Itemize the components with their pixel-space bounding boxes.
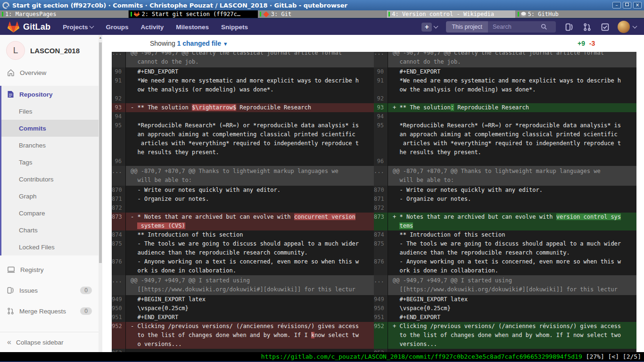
line-number-new[interactable]: 950 [374,304,388,313]
sidebar-item-contributors[interactable]: Contributors [1,171,99,188]
line-number-old[interactable]: 953 [112,349,126,352]
user-menu[interactable] [618,21,636,33]
sidebar-item-locked-files[interactable]: Locked Files [1,239,99,255]
line-number-old[interactable]: 871 [112,195,126,204]
tab-label: 1: MarquesPages [5,11,56,17]
navbar-item-milestones[interactable]: Milestones [176,24,209,31]
line-number-old[interactable]: 875 [112,239,126,257]
diff-row: 949 #+BEGIN_EXPORT latex949 #+BEGIN_EXPO… [112,295,636,304]
scrollbar-up-arrow[interactable]: ▲ [99,36,102,39]
sidebar-item-registry[interactable]: Registry [0,259,99,280]
line-number-new[interactable]: 953 [374,349,388,352]
line-number-old[interactable]: ... [112,275,126,295]
line-number-new[interactable]: ... [374,52,388,67]
line-number-new[interactable]: ... [374,275,388,295]
line-number-old[interactable]: 872 [112,204,126,213]
diff-stats: +9 -3 [578,40,595,47]
close-button[interactable]: × [633,2,642,8]
maximize-button[interactable] [623,2,631,8]
line-number-old[interactable]: 90 [112,67,126,76]
search-scope-button[interactable]: This project [446,21,488,33]
sidebar-item-compare[interactable]: Compare [1,205,99,222]
sidebar-item-graph[interactable]: Graph [1,188,99,205]
line-number-new[interactable]: 951 [374,313,388,322]
line-number-old[interactable]: 96 [112,157,126,166]
line-number-new[interactable]: 92 [374,94,388,103]
sidebar-item-issues[interactable]: Issues 0 [0,280,99,301]
line-number-new[interactable]: 870 [374,186,388,195]
line-number-old[interactable]: 91 [112,76,126,94]
deletions-count: -3 [589,40,595,47]
sidebar-item-files[interactable]: Files [1,103,99,120]
sidebar-item-tags[interactable]: Tags [1,154,99,171]
line-number-old[interactable]: 92 [112,94,126,103]
browser-tab-5[interactable]: 5: GitHub [516,10,644,18]
new-dropdown-button[interactable]: + [421,23,438,32]
line-number-old[interactable]: 951 [112,313,126,322]
line-number-old[interactable]: 873 [112,213,126,230]
code-new [388,349,636,352]
diff-row: 95 *Reproducible Research* (=RR=) or *re… [112,121,636,157]
line-number-old[interactable]: 876 [112,257,126,275]
line-number-new[interactable]: 876 [374,257,388,275]
line-number-old[interactable]: 949 [112,295,126,304]
navbar-item-snippets[interactable]: Snippets [221,24,248,31]
line-number-old[interactable]: 870 [112,186,126,195]
line-number-old[interactable]: ... [112,52,126,67]
code-new: - The tools we are going to discuss shou… [388,239,636,257]
tab-load-indicator [518,12,519,16]
changed-files-dropdown[interactable]: 1 changed file [177,40,221,47]
scrollbar-thumb[interactable] [99,42,102,263]
line-number-new[interactable]: 949 [374,295,388,304]
minimize-button[interactable]: – [612,2,621,8]
gitlab-brand[interactable]: GitLab [8,21,50,33]
line-number-new[interactable]: 95 [374,121,388,157]
browser-tab-3[interactable]: 3: Git [258,10,387,18]
code-old: - Write our notes quickly with any edito… [126,186,374,195]
sidebar-item-overview[interactable]: Overview [0,64,99,81]
line-number-new[interactable]: 96 [374,157,388,166]
sidebar-scrollbar[interactable]: ▲ [99,35,102,352]
line-number-new[interactable]: 871 [374,195,388,204]
line-number-new[interactable]: 94 [374,112,388,121]
sidebar-item-merge-requests[interactable]: Merge Requests 0 [0,301,99,321]
todos-icon[interactable] [601,23,609,31]
line-number-old[interactable]: ... [112,166,126,186]
line-number-new[interactable]: 93 [374,103,388,112]
line-number-new[interactable]: 875 [374,239,388,257]
search-input[interactable] [492,23,541,31]
line-number-old[interactable]: 95 [112,121,126,157]
sidebar-item-branches[interactable]: Branches [1,137,99,154]
project-header[interactable]: L LASCON_2018 [0,35,99,64]
line-number-old[interactable]: 93 [112,103,126,112]
line-number-new[interactable]: 952 [374,322,388,349]
line-number-new[interactable]: 872 [374,204,388,213]
diff-row: 874 ** Introduction of this section874 *… [112,230,636,239]
issues-icon[interactable] [565,23,573,31]
issues-count-badge: 0 [80,287,92,294]
line-number-old[interactable]: 94 [112,112,126,121]
sidebar-item-charts[interactable]: Charts [1,222,99,239]
collapse-sidebar-button[interactable]: « Collapse sidebar [0,332,99,352]
sidebar-item-repository[interactable]: Repository [1,86,99,103]
line-number-old[interactable]: 950 [112,304,126,313]
merge-requests-icon[interactable] [583,23,591,31]
browser-tab-4[interactable]: 4: Version control - Wikipedia [387,10,515,18]
navbar-item-projects[interactable]: Projects [63,24,93,31]
navbar-item-groups[interactable]: Groups [106,24,128,31]
navbar-item-activity[interactable]: Activity [141,24,164,31]
line-number-new[interactable]: 873 [374,213,388,230]
browser-tab-2[interactable]: 2: Start git section (ff927c… [129,10,257,18]
code-old: #+END_EXPORT [126,313,374,322]
line-number-new[interactable]: 91 [374,76,388,94]
line-number-new[interactable]: 874 [374,230,388,239]
browser-tab-1[interactable]: 1: MarquesPages [0,10,129,18]
line-number-old[interactable]: 874 [112,230,126,239]
line-number-old[interactable]: 952 [112,322,126,349]
line-number-new[interactable]: 90 [374,67,388,76]
line-number-new[interactable]: ... [374,166,388,186]
diff-row: 94 94 [112,112,636,121]
chevron-down-icon [90,24,94,29]
sidebar-item-commits[interactable]: Commits [1,120,99,137]
window-buttons: – × [612,2,642,8]
